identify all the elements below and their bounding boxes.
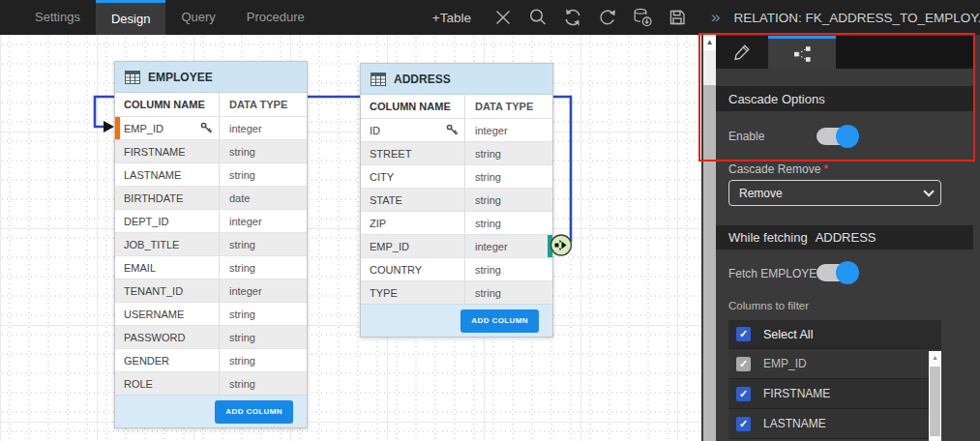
data-type-header: DATA TYPE: [464, 95, 552, 118]
close-icon[interactable]: [492, 7, 514, 28]
table-row[interactable]: EMAIL string: [115, 255, 307, 279]
column-name: DEPT_ID: [124, 216, 168, 227]
redo-icon[interactable]: [597, 7, 618, 28]
column-name: PASSWORD: [124, 332, 185, 343]
filter-item-row[interactable]: ✓ EMP_ID: [728, 349, 941, 379]
table-header[interactable]: EMPLOYEE: [115, 62, 307, 93]
sync-icon[interactable]: [562, 7, 583, 28]
table-row[interactable]: STATE string: [361, 188, 552, 211]
table-row[interactable]: STREET string: [361, 141, 552, 164]
table-row[interactable]: CITY string: [361, 164, 552, 188]
filter-item-label: FIRSTNAME: [763, 387, 830, 400]
column-header-row: COLUMN NAME DATA TYPE: [115, 93, 307, 116]
tab-edit-relation[interactable]: [716, 36, 768, 69]
column-name: BIRTHDATE: [124, 192, 183, 204]
search-icon[interactable]: [527, 7, 549, 28]
add-column-button[interactable]: ADD COLUMN: [215, 400, 293, 424]
table-row[interactable]: TYPE string: [361, 280, 552, 304]
fetching-entity: ADDRESS: [816, 230, 876, 245]
scroll-up-icon[interactable]: ▲: [703, 35, 716, 50]
column-type: integer: [464, 235, 552, 257]
cascade-enable-toggle[interactable]: [815, 125, 859, 148]
table-row[interactable]: FIRSTNAME string: [115, 139, 307, 162]
fetch-employee-toggle[interactable]: [815, 261, 859, 284]
column-name: COUNTRY: [370, 264, 422, 276]
column-name: TENANT_ID: [124, 285, 183, 297]
filter-item-row[interactable]: ✓ FIRSTNAME: [728, 379, 941, 409]
fk-highlight-bar: [548, 235, 552, 257]
column-type: integer: [219, 210, 307, 232]
relation-share-icon: [792, 44, 813, 64]
chevron-down-icon: [923, 186, 934, 196]
column-type: string: [464, 212, 552, 234]
table-row[interactable]: ID integer: [361, 118, 552, 141]
table-row[interactable]: DEPT_ID integer: [115, 209, 307, 232]
select-all-row[interactable]: ✓ Select All: [728, 320, 941, 349]
column-type: string: [219, 256, 307, 279]
column-name: JOB_TITLE: [124, 239, 179, 250]
expand-panel-icon[interactable]: »: [707, 8, 724, 27]
table-row[interactable]: USERNAME string: [115, 302, 307, 325]
table-footer: ADD COLUMN: [361, 304, 552, 337]
toggle-knob: [836, 125, 859, 148]
table-row[interactable]: LASTNAME string: [115, 162, 307, 186]
list-scrollbar[interactable]: ▲: [929, 351, 941, 441]
table-name: EMPLOYEE: [148, 71, 213, 84]
checkbox-checked[interactable]: ✓: [736, 387, 751, 401]
filter-item-label: EMP_ID: [763, 357, 807, 370]
tab-settings[interactable]: Settings: [19, 0, 96, 35]
column-name: FIRSTNAME: [124, 146, 186, 158]
column-name: STREET: [370, 148, 411, 160]
filter-item-row[interactable]: ✓ LASTNAME: [728, 409, 941, 439]
column-name: LASTNAME: [124, 169, 181, 181]
primary-key-icon: [446, 124, 459, 136]
table-header[interactable]: ADDRESS: [361, 64, 552, 95]
db-export-icon[interactable]: [632, 7, 653, 28]
cascade-remove-select[interactable]: Remove: [728, 180, 941, 206]
table-row[interactable]: ROLE string: [115, 371, 307, 395]
relation-line: [0, 35, 701, 441]
table-row[interactable]: TENANT_ID integer: [115, 279, 307, 302]
table-row[interactable]: ZIP string: [361, 211, 552, 234]
column-name-header: COLUMN NAME: [115, 93, 219, 116]
scroll-up-icon[interactable]: ▲: [929, 351, 941, 364]
column-name: USERNAME: [124, 309, 184, 320]
column-name: EMP_ID: [370, 241, 409, 252]
columns-filter-list: ✓ Select All ✓ EMP_ID ✓ FIRSTNAME ✓ LAST…: [728, 320, 941, 441]
column-type: integer: [464, 119, 552, 141]
table-row[interactable]: COUNTRY string: [361, 257, 552, 280]
column-type: date: [219, 187, 307, 209]
table-row-foreign-key[interactable]: EMP_ID integer: [361, 234, 552, 257]
column-name: EMAIL: [124, 262, 156, 274]
scrollbar-thumb[interactable]: [930, 367, 940, 436]
table-grid-icon: [371, 73, 386, 86]
table-row[interactable]: GENDER string: [115, 348, 307, 371]
add-table-button[interactable]: +Table: [432, 11, 471, 25]
column-type: string: [464, 189, 552, 211]
column-name: EMP_ID: [124, 123, 163, 134]
tab-design[interactable]: Design: [96, 0, 165, 35]
panel-scrollbar[interactable]: ▲: [703, 35, 716, 441]
column-type: integer: [219, 117, 307, 139]
select-all-checkbox[interactable]: ✓: [736, 327, 751, 341]
add-column-button[interactable]: ADD COLUMN: [460, 309, 539, 333]
scrollbar-thumb[interactable]: [703, 85, 716, 441]
column-type: string: [464, 281, 552, 304]
column-name-header: COLUMN NAME: [361, 95, 464, 118]
column-name: GENDER: [124, 355, 169, 367]
table-row[interactable]: JOB_TITLE string: [115, 232, 307, 255]
save-icon[interactable]: [667, 7, 688, 28]
table-row[interactable]: PASSWORD string: [115, 325, 307, 348]
tab-relation-settings[interactable]: [768, 36, 836, 69]
tab-procedure[interactable]: Procedure: [231, 0, 320, 35]
table-name: ADDRESS: [394, 73, 451, 86]
checkbox-checked[interactable]: ✓: [736, 417, 751, 431]
entity-table-address[interactable]: ADDRESS COLUMN NAME DATA TYPE ID integer…: [360, 63, 553, 338]
entity-table-employee[interactable]: EMPLOYEE COLUMN NAME DATA TYPE EMP_ID in…: [114, 61, 308, 428]
table-row[interactable]: BIRTHDATE date: [115, 186, 307, 209]
table-row[interactable]: EMP_ID integer: [115, 116, 307, 139]
column-header-row: COLUMN NAME DATA TYPE: [361, 95, 552, 118]
tab-query[interactable]: Query: [165, 0, 230, 35]
table-grid-icon: [125, 71, 140, 84]
column-type: integer: [219, 279, 307, 302]
